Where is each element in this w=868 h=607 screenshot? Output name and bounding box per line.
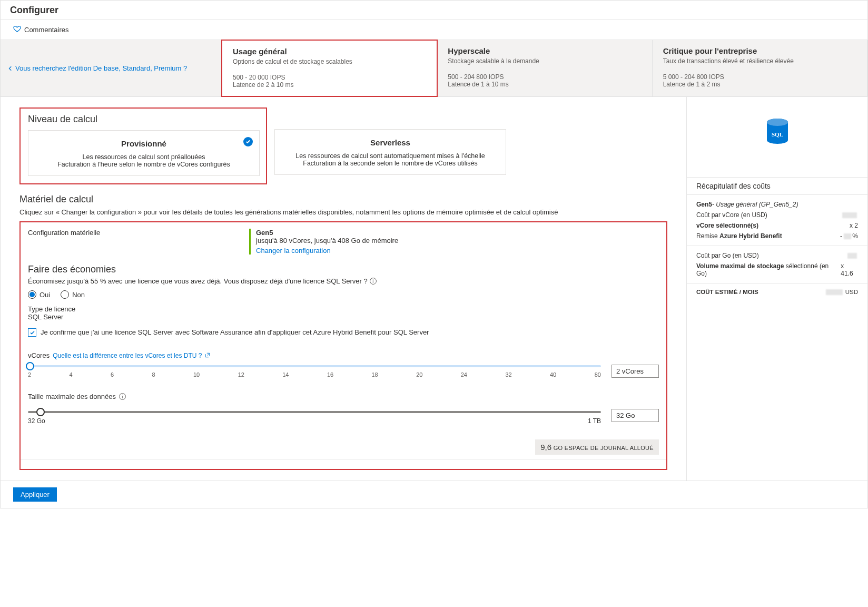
info-icon[interactable]: i [370,278,377,285]
cost-summary-panel: SQL Récapitulatif des coûts Gen5- Usage … [686,97,867,481]
feedback-link[interactable]: Commentaires [24,26,69,34]
tier-subtitle: Options de calcul et de stockage scalabl… [233,58,426,65]
cost-per-vcore-label: Coût par vCore (en USD) [696,211,767,219]
hardware-savings-highlight: Configuration matérielle Gen5 jusqu'à 80… [19,221,667,470]
vcore-selected-label: vCore sélectionné(s) [696,222,758,229]
tier-general-purpose[interactable]: Usage général Options de calcul et de st… [221,40,438,97]
radio-no[interactable]: Non [61,290,85,299]
tier-iops: 500 - 20 000 IOPS [233,74,426,81]
sql-database-icon: SQL [687,102,867,177]
hardware-gen-name: Gen5 [256,229,398,237]
tier-subtitle: Stockage scalable à la demande [448,57,641,65]
hybrid-benefit-value: - % [840,232,858,240]
radio-yes[interactable]: Oui [28,290,50,299]
license-type-label: Type de licence [28,305,659,313]
vcores-help-link[interactable]: Quelle est la différence entre les vCore… [53,352,202,359]
vcore-selected-value: x 2 [850,222,858,229]
back-to-editions-link[interactable]: Vous recherchez l'édition De base, Stand… [1,40,222,96]
tier-iops: 5 000 - 204 800 IOPS [663,73,856,81]
tier-title: Hyperscale [448,46,641,55]
storage-selected-value: x 41.6 [841,262,858,277]
page-title: Configurer [10,5,858,16]
datasize-value: 32 Go [611,409,659,422]
svg-text:SQL: SQL [771,131,783,138]
compute-card-title: Serverless [284,138,496,147]
datasize-min: 32 Go [28,417,45,425]
tier-hyperscale[interactable]: Hyperscale Stockage scalable à la demand… [437,40,652,96]
hardware-gen-desc: jusqu'à 80 vCores, jusqu'à 408 Go de mém… [256,237,398,244]
apply-button[interactable]: Appliquer [13,487,57,502]
external-link-icon [205,351,210,359]
slider-tick: 24 [461,371,467,378]
tier-title: Usage général [233,47,426,56]
slider-tick: 32 [505,371,511,378]
slider-tick: 20 [416,371,422,378]
slider-tick: 12 [238,371,244,378]
confirm-checkbox[interactable] [28,328,36,337]
slider-tick: 14 [282,371,289,378]
cost-summary-title: Récapitulatif des coûts [687,177,867,194]
slider-tick: 4 [70,371,73,378]
slider-tick: 10 [193,371,200,378]
datasize-max: 1 TB [588,417,601,425]
slider-tick: 16 [327,371,333,378]
hardware-section-title: Matériel de calcul [19,194,667,205]
license-type-value: SQL Server [28,313,659,321]
slider-tick: 18 [372,371,378,378]
datasize-slider[interactable] [28,411,601,413]
cost-per-go-label: Coût par Go (en USD) [696,252,759,259]
radio-yes-label: Oui [40,291,50,299]
slider-tick: 2 [28,371,31,378]
tier-latency: Latence de 1 à 10 ms [448,81,641,88]
vcores-slider[interactable]: 246810121416182024324080 [28,365,601,378]
compute-tier-section-title: Niveau de calcul [28,114,259,125]
slider-tick: 8 [152,371,155,378]
radio-icon [61,290,69,299]
tier-business-critical[interactable]: Critique pour l'entreprise Taux de trans… [653,40,867,96]
info-icon[interactable]: i [119,393,126,400]
compute-tier-highlight: Niveau de calcul Provisionné Les ressour… [19,107,267,184]
compute-card-line: Les ressources de calcul sont préallouée… [38,153,250,161]
savings-para: Économisez jusqu'à 55 % avec une licence… [28,277,368,285]
compute-card-serverless[interactable]: Serverless Les ressources de calcul sont… [274,129,506,175]
compute-card-title: Provisionné [38,139,250,148]
compute-card-line: Facturation à l'heure selon le nombre de… [38,161,250,168]
compute-card-provisioned[interactable]: Provisionné Les ressources de calcul son… [28,130,260,176]
tier-latency: Latence de 2 à 10 ms [233,81,426,89]
heart-icon [13,25,21,34]
change-config-link[interactable]: Changer la configuration [256,247,398,254]
vcores-value: 2 vCores [611,365,659,378]
storage-selected-label: Volume maximal de stockage sélectionné (… [696,262,841,277]
radio-no-label: Non [72,291,85,299]
hardware-section-para: Cliquez sur « Changer la configuration »… [19,208,667,216]
slider-tick: 6 [111,371,114,378]
datasize-label: Taille maximale des données [28,393,116,400]
hardware-config-label: Configuration matérielle [28,229,228,254]
hybrid-benefit-label: Remise Azure Hybrid Benefit [696,232,782,240]
svg-point-1 [767,119,788,126]
slider-tick: 40 [550,371,556,378]
cost-per-go-value [847,252,858,259]
savings-section-title: Faire des économies [28,264,659,275]
vcores-label: vCores [28,351,50,359]
cost-estimated-value: USD [826,289,858,295]
log-space-allocated: 9,6 GO ESPACE DE JOURNAL ALLOUÉ [535,439,659,455]
tier-title: Critique pour l'entreprise [663,46,856,55]
tier-latency: Latence de 1 à 2 ms [663,81,856,88]
cost-per-vcore-value [842,211,858,219]
confirm-label: Je confirme que j'ai une licence SQL Ser… [41,328,429,336]
check-icon [243,137,253,146]
back-link-text: Vous recherchez l'édition De base, Stand… [15,64,187,72]
slider-tick: 80 [595,371,601,378]
radio-icon [28,290,36,299]
compute-card-line: Facturation à la seconde selon le nombre… [284,160,496,167]
cost-estimated-label: COÛT ESTIMÉ / MOIS [696,289,758,295]
tier-subtitle: Taux de transactions élevé et résilience… [663,57,856,65]
tier-iops: 500 - 204 800 IOPS [448,73,641,81]
compute-card-line: Les ressources de calcul sont automatiqu… [284,152,496,160]
